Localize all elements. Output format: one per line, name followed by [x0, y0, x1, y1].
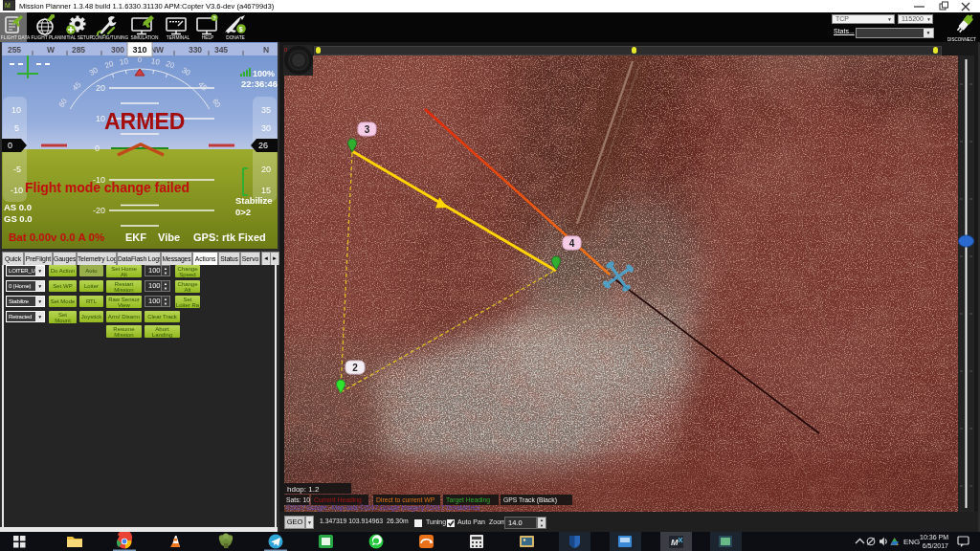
- svg-text:100%: 100%: [253, 69, 275, 78]
- svg-text:20: 20: [96, 83, 105, 93]
- svg-text:345: 345: [214, 45, 228, 55]
- svg-text:Sats: 10: Sats: 10: [286, 496, 310, 503]
- svg-text:0>2: 0>2: [235, 207, 251, 217]
- svg-text:330: 330: [189, 45, 202, 55]
- svg-text:255: 255: [8, 45, 21, 55]
- svg-text:Target Heading: Target Heading: [446, 496, 490, 504]
- svg-text:10: 10: [11, 105, 21, 115]
- svg-text:Vibe: Vibe: [158, 231, 180, 243]
- svg-text:Flight mode change failed: Flight mode change failed: [25, 180, 189, 195]
- svg-text:W: W: [47, 45, 56, 55]
- svg-text:26: 26: [258, 141, 268, 150]
- svg-text:22:36:46: 22:36:46: [241, 78, 278, 89]
- svg-text:300: 300: [111, 45, 124, 55]
- svg-text:M: M: [671, 538, 679, 547]
- svg-text:INITIAL SETUP: INITIAL SETUP: [60, 35, 92, 40]
- svg-text:4: 4: [569, 238, 575, 249]
- svg-text:hdop: 1.2: hdop: 1.2: [287, 485, 320, 494]
- svg-text:3: 3: [365, 124, 370, 135]
- svg-text:310: 310: [132, 45, 146, 55]
- svg-text:N: N: [263, 45, 269, 55]
- svg-text:20: 20: [261, 165, 271, 174]
- svg-text:©2017 Google - Map data ©2017: ©2017 Google - Map data ©2017 Google Ima…: [286, 504, 480, 512]
- svg-text:?: ?: [212, 15, 216, 21]
- svg-text:285: 285: [72, 45, 85, 55]
- svg-text:ARMED: ARMED: [104, 109, 185, 134]
- svg-text:0: 0: [138, 55, 143, 64]
- svg-text:FLIGHT DATA: FLIGHT DATA: [1, 35, 31, 40]
- svg-text:HELP: HELP: [202, 35, 214, 40]
- svg-text:DONATE: DONATE: [226, 35, 245, 40]
- svg-text:Direct to current WP: Direct to current WP: [376, 496, 435, 503]
- svg-text:15: 15: [261, 186, 271, 195]
- svg-text:-10: -10: [11, 186, 23, 195]
- svg-text:0: 0: [8, 141, 12, 150]
- svg-text:35: 35: [261, 105, 271, 115]
- svg-text:30: 30: [261, 123, 271, 133]
- svg-text:-20: -20: [93, 206, 105, 215]
- svg-text:5: 5: [14, 123, 19, 133]
- svg-text:SIMULATION: SIMULATION: [131, 35, 159, 40]
- svg-text:Stabilize: Stabilize: [235, 195, 273, 206]
- svg-text:GPS: rtk Fixed: GPS: rtk Fixed: [193, 231, 266, 243]
- svg-text:$: $: [239, 26, 243, 33]
- svg-text:FLIGHT PLAN: FLIGHT PLAN: [32, 35, 61, 40]
- svg-text:Current Heading: Current Heading: [314, 496, 362, 504]
- svg-text:2: 2: [352, 363, 358, 373]
- svg-text:GS 0.0: GS 0.0: [4, 213, 33, 224]
- svg-text:TERMINAL: TERMINAL: [167, 35, 190, 40]
- svg-text:0: 0: [95, 143, 100, 153]
- svg-text:EKF: EKF: [125, 231, 146, 243]
- svg-text:M: M: [5, 2, 11, 9]
- svg-text:-5: -5: [13, 165, 21, 174]
- svg-text:GPS Track (Black): GPS Track (Black): [503, 496, 557, 504]
- svg-text:Bat 0.00v 0.0 A 0%: Bat 0.00v 0.0 A 0%: [9, 231, 104, 243]
- svg-text:CONFIG/TUNING: CONFIG/TUNING: [92, 35, 129, 40]
- svg-text:AS 0.0: AS 0.0: [4, 202, 32, 212]
